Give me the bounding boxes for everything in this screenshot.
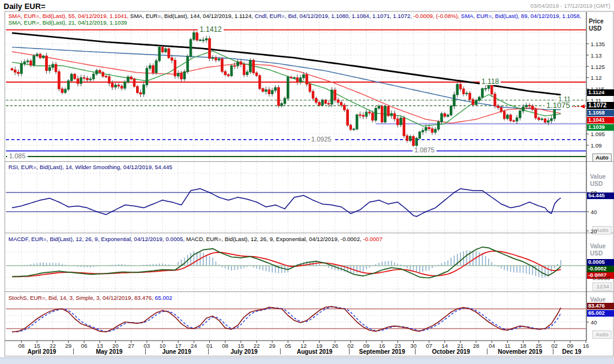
legend-macdf: MACDF, EUR=, Bid(Last), 12, 26, 9, Expon… — [8, 236, 186, 242]
date-tick: 28 — [473, 342, 480, 349]
price-badge: 1.1039 — [587, 124, 614, 131]
date-tick: 04 — [489, 342, 495, 349]
legend-main-line2: SMA, EUR=, Bid(Last), 21, 04/12/2019, 1.… — [8, 19, 127, 26]
axis-tick-label: 1.095 — [591, 131, 605, 137]
axis-tick-label: 1.09 — [591, 142, 602, 149]
price-badge: 0.0005 — [587, 259, 614, 266]
legend-sma89: SMA, EUR=, Bid(Last), 89, 04/12/2019, 1.… — [461, 13, 581, 19]
level-label: 1.1412 — [198, 26, 224, 33]
price-badge: 83.476 — [587, 303, 614, 309]
date-tick: 03 — [144, 342, 151, 349]
legend-sma144: SMA, EUR=, Bid(Last), 144, 04/12/2019, 1… — [130, 13, 255, 19]
legend-stoch-d: 65.002 — [155, 294, 172, 301]
month-label: April 2019 — [28, 348, 56, 355]
date-tick: 24 — [191, 342, 197, 349]
axis-tick-label: 1.115 — [591, 86, 604, 92]
month-label: June 2019 — [162, 348, 191, 355]
price-badge: 65.002 — [587, 310, 614, 317]
legend-rsi: RSI, EUR=, Bid(Last), 14, Wilder Smoothi… — [8, 164, 172, 170]
date-tick: 05 — [285, 342, 291, 349]
price-badge: -0.0002 — [587, 266, 614, 272]
date-tick: 08 — [18, 342, 25, 349]
month-label: October 2019 — [432, 348, 470, 355]
price-badge: 1.1058 — [587, 110, 614, 116]
axis-tick-label: 1.125 — [591, 64, 605, 70]
axis-tick-label: 1.13 — [591, 52, 602, 59]
date-tick: 02 — [348, 342, 354, 349]
level-label: 1.118 — [480, 78, 501, 85]
date-tick: 06 — [81, 342, 88, 349]
month-separator — [553, 348, 553, 354]
month-separator — [349, 348, 350, 354]
date-tick: 16 — [583, 342, 589, 349]
date-tick: 27 — [128, 342, 134, 349]
month-separator — [415, 348, 416, 354]
legend-change: -0.0009, (-0.08%), — [414, 13, 461, 19]
axis-tick-label: 1.11 — [591, 97, 601, 104]
page-title: Daily EUR= — [4, 2, 46, 11]
macd-digits-button[interactable]: .1234 — [592, 282, 612, 291]
axis-tick-label: 20 — [591, 228, 597, 234]
level-label: 1.0875 — [413, 147, 437, 154]
month-label: September 2019 — [359, 348, 405, 355]
month-label: November 2019 — [498, 348, 542, 355]
chart-canvas[interactable] — [0, 0, 614, 364]
price-axis-title: Price USD — [589, 18, 603, 32]
level-label: 1.085 — [7, 153, 28, 160]
month-label: August 2019 — [297, 348, 332, 355]
month-label: May 2019 — [96, 348, 122, 355]
date-tick: 30 — [410, 342, 417, 349]
bottom-scroll-strip[interactable] — [0, 357, 614, 364]
chart-window: Daily EUR= 03/04/2019 - 17/12/2019 (GMT)… — [0, 0, 614, 364]
legend-macd-line: MACD, EUR=, Bid(Last), 12, 26, 9, Expone… — [186, 236, 363, 242]
axis-tick-label: 40 — [591, 209, 597, 215]
month-separator — [280, 348, 281, 354]
rsi-axis-title: Value USD — [590, 173, 606, 188]
legend-macd-signal: -0.0007 — [363, 236, 382, 242]
axis-tick-label: 40 — [591, 319, 597, 326]
legend-candle: Cndl, EUR=, Bid, 04/12/2019, 1.1080, 1.1… — [255, 13, 414, 19]
legend-macd: MACDF, EUR=, Bid(Last), 12, 26, 9, Expon… — [8, 236, 383, 242]
legend-sma21: SMA, EUR=, Bid(Last), 21, 04/12/2019, 1.… — [8, 19, 127, 26]
month-separator — [145, 348, 146, 354]
month-label: Dec 19 — [562, 348, 581, 355]
level-label: 1.1075 — [544, 101, 572, 109]
date-tick: 01 — [206, 342, 213, 349]
date-tick: 08 — [222, 342, 228, 349]
month-separator — [487, 348, 487, 354]
date-range-label: 03/04/2019 - 17/12/2019 (GMT) — [530, 2, 610, 9]
axis-tick-label: 60 — [591, 189, 597, 196]
legend-stoch-k: StochS, EUR=, Bid, 14, 3, Simple, 3, 04/… — [8, 294, 155, 301]
macd-axis-title: Value USD — [590, 243, 606, 257]
legend-main-line1: SMA, EUR=, Bid(Last), 55, 04/12/2019, 1.… — [8, 13, 581, 19]
date-tick: 02 — [551, 342, 558, 349]
month-separator — [208, 348, 209, 354]
stoch-auto-button[interactable]: Auto — [592, 330, 612, 339]
date-tick: 26 — [332, 342, 338, 349]
price-auto-button[interactable]: Auto — [592, 154, 612, 162]
date-tick: 07 — [426, 342, 432, 349]
legend-rsi-text: RSI, EUR=, Bid(Last), 14, Wilder Smoothi… — [8, 164, 172, 170]
price-badge: 1.1041 — [587, 117, 614, 124]
legend-sma55: SMA, EUR=, Bid(Last), 55, 04/12/2019, 1.… — [8, 13, 130, 19]
axis-tick-label: -0.0030 — [591, 275, 610, 281]
axis-tick-label: 1.12 — [591, 74, 602, 81]
legend-stoch: StochS, EUR=, Bid, 14, 3, Simple, 3, 04/… — [8, 294, 172, 301]
date-tick: 29 — [65, 342, 72, 349]
month-label: July 2019 — [230, 348, 257, 355]
date-tick: 29 — [269, 342, 276, 349]
level-label: 1.0925 — [309, 136, 333, 143]
month-separator — [73, 348, 74, 354]
axis-tick-label: 1.135 — [591, 41, 605, 47]
